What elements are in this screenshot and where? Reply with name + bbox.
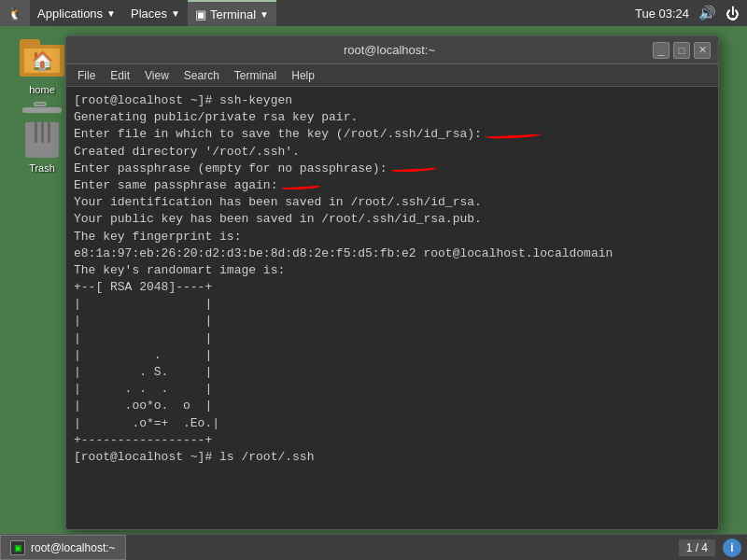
home-label: home	[29, 84, 55, 95]
power-icon[interactable]: ⏻	[726, 6, 740, 21]
applications-menu[interactable]: Applications ▼	[30, 0, 123, 26]
top-left-menu: 🐧 Applications ▼ Places ▼ ▣ Terminal ▼	[0, 0, 276, 26]
time-display: Tue 03:24	[635, 7, 689, 21]
top-right-area: Tue 03:24 🔊 ⏻	[635, 5, 747, 21]
places-arrow: ▼	[171, 8, 180, 19]
menu-search[interactable]: Search	[176, 67, 227, 84]
terminal-title: root@localhost:~	[130, 43, 649, 57]
taskbar: ▣ root@localhost:~ 1 / 4 i	[0, 534, 747, 560]
page-indicator: 1 / 4	[679, 539, 715, 556]
top-panel: 🐧 Applications ▼ Places ▼ ▣ Terminal ▼ T…	[0, 0, 747, 26]
minimize-button[interactable]: _	[653, 42, 669, 59]
terminal-window: root@localhost:~ _ □ ✕ File Edit View Se…	[65, 35, 719, 530]
taskbar-left: ▣ root@localhost:~	[0, 535, 126, 560]
terminal-content[interactable]: [root@localhost ~]# ssh-keygen Generatin…	[66, 87, 718, 529]
trash-label: Trash	[29, 162, 55, 174]
taskbar-terminal-label: root@localhost:~	[31, 541, 116, 554]
info-button[interactable]: i	[723, 539, 741, 557]
desktop: 🏠 home Trash	[0, 26, 747, 560]
volume-icon[interactable]: 🔊	[698, 5, 716, 21]
home-folder-image: 🏠	[20, 35, 64, 80]
terminal-menu[interactable]: ▣ Terminal ▼	[188, 0, 276, 26]
taskbar-terminal-icon: ▣	[10, 540, 25, 555]
terminal-title-buttons: _ □ ✕	[649, 42, 711, 59]
menu-file[interactable]: File	[70, 67, 103, 84]
taskbar-right: 1 / 4 i	[679, 539, 747, 557]
places-menu[interactable]: Places ▼	[123, 0, 188, 26]
terminal-arrow: ▼	[260, 9, 269, 20]
menu-terminal[interactable]: Terminal	[227, 67, 284, 84]
distro-icon[interactable]: 🐧	[0, 0, 30, 26]
terminal-titlebar: root@localhost:~ _ □ ✕	[66, 36, 718, 64]
trash-image	[20, 114, 64, 159]
distro-logo: 🐧	[7, 7, 22, 21]
maximize-button[interactable]: □	[673, 42, 690, 59]
terminal-menubar: File Edit View Search Terminal Help	[66, 64, 718, 87]
applications-arrow: ▼	[106, 8, 116, 19]
terminal-icon-small: ▣	[195, 7, 206, 21]
menu-view[interactable]: View	[137, 67, 176, 84]
menu-edit[interactable]: Edit	[103, 67, 137, 84]
close-button[interactable]: ✕	[694, 42, 711, 59]
taskbar-terminal-item[interactable]: ▣ root@localhost:~	[0, 535, 126, 560]
menu-help[interactable]: Help	[284, 67, 322, 84]
terminal-text: [root@localhost ~]# ssh-keygen Generatin…	[74, 92, 711, 466]
